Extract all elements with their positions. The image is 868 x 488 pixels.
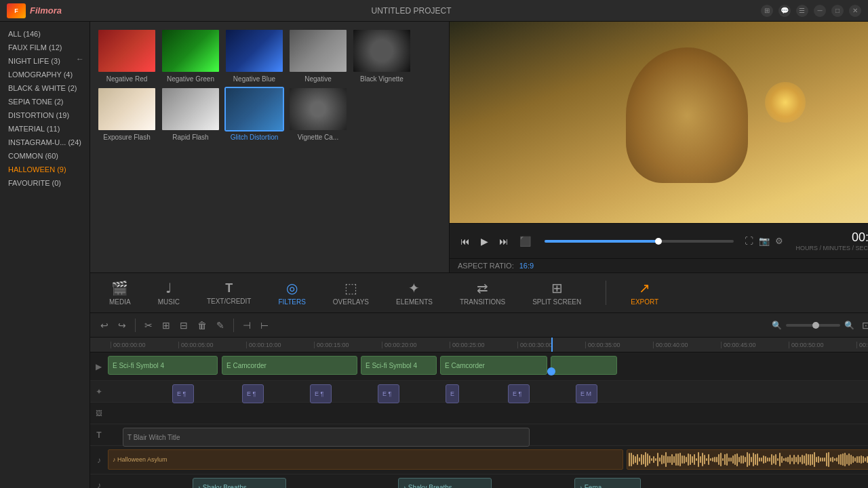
sidebar-item-material[interactable]: MATERIAL (11) [0,122,90,136]
clip-camcorder-2[interactable]: E Camcorder [440,356,547,375]
tl-sep2 [233,319,234,332]
sidebar-item-halloween[interactable]: HALLOWEEN (9) [0,163,90,176]
audio-halloween[interactable]: ♪ Halloween Asylum [108,449,623,470]
sidebar-item-distortion[interactable]: DISTORTION (19) [0,108,90,122]
filter-negative-red[interactable]: Negative Red [97,28,157,83]
track-image-icon: 🖼 [90,409,108,417]
track-audio2-content: ♪ Shaky Breaths ♪ Shaky Breaths ♪ Fema..… [108,474,868,488]
clip-shaky-1[interactable]: ♪ Shaky Breaths [193,478,286,488]
sidebar-item-black-white[interactable]: BLACK & WHITE (2) [0,81,90,95]
timeline-content[interactable]: 00:00:00:0000:00:05:0000:00:10:0000:00:1… [90,338,868,488]
filter-negative-green[interactable]: Negative Green [161,28,220,83]
track-image: 🖼 [90,403,868,424]
effect-2[interactable]: E ¶ [242,384,264,403]
track-audio1-icon: ♪ [90,455,108,465]
clip-fema[interactable]: ♪ Fema... [574,478,641,488]
filter-exposure-flash[interactable]: Exposure Flash [97,87,157,141]
window-close-btn[interactable]: ✕ [849,5,861,17]
toolbar-split[interactable]: ⊞ SPLIT SCREEN [527,277,587,308]
window-minimize-btn[interactable]: ─ [814,5,826,17]
fullscreen-icon[interactable]: ⛶ [745,236,753,246]
toolbar-filters[interactable]: ◎ FILTERS [273,277,311,308]
effect-1[interactable]: E ¶ [172,384,194,403]
sidebar-item-sepia-tone[interactable]: SEPIA TONE (2) [0,95,90,108]
zoom-in-icon[interactable]: 🔍 [844,321,854,330]
clip-camcorder-1[interactable]: E Camcorder [222,356,357,375]
media-label: MEDIA [109,298,131,306]
text-icon: T [225,281,233,296]
effect-6[interactable]: E ¶ [508,384,530,403]
next-frame-btn[interactable]: ⏭ [496,235,511,248]
logo-text: Filmora [30,5,62,16]
sidebar-item-lomography[interactable]: LOMOGRAPHY (4) [0,68,90,81]
sidebar-item-common[interactable]: COMMON (60) [0,149,90,163]
delete-btn[interactable]: 🗑 [194,319,210,332]
sidebar-back-icon[interactable]: ← [76,54,84,64]
toolbar-transitions[interactable]: ⇄ TRANSITIONS [454,277,511,308]
window-folder-btn[interactable]: ⊞ [761,5,773,17]
sidebar-item-instagram[interactable]: INSTAGRAM-U... (24) [0,136,90,149]
content-area: Negative Red Negative Green Negative Blu… [90,22,868,488]
filter-rapid-flash[interactable]: Rapid Flash [161,87,220,141]
sidebar-item-favourite[interactable]: FAVOURITE (0) [0,176,90,190]
export-label: EXPORT [631,298,658,306]
progress-bar[interactable] [545,240,734,243]
marker-btn[interactable]: ✎ [213,319,228,332]
undo-btn[interactable]: ↩ [97,319,112,332]
filter-negative[interactable]: Negative [288,28,348,83]
redo-btn[interactable]: ↪ [115,319,130,332]
clip-video-5[interactable] [551,356,617,375]
app-logo: F Filmora [7,3,62,18]
time-display: 00:00:00.00 [852,230,868,245]
effect-5[interactable]: E [446,384,459,403]
zoom-thumb [812,322,819,329]
snap-left-btn[interactable]: ⊣ [239,319,254,332]
fit-btn[interactable]: ⊡ [859,319,868,332]
window-chat-btn[interactable]: 💬 [778,5,791,17]
filter-label-exposure-flash: Exposure Flash [97,134,157,141]
toolbar-overlays[interactable]: ⬚ OVERLAYS [328,277,374,308]
window-maximize-btn[interactable]: □ [831,5,844,17]
snap-right-btn[interactable]: ⊢ [257,319,272,332]
split-btn[interactable]: ⊟ [176,319,191,332]
aspect-ratio-value: 16:9 [519,262,534,270]
play-btn[interactable]: ▶ [478,235,491,248]
preview-flare [765,82,806,123]
playhead-line [551,338,553,352]
clip-title-blair[interactable]: T Blair Witch Title [123,428,530,447]
sidebar-item-all[interactable]: ALL (146) [0,27,90,41]
filter-black-vignette[interactable]: Black Vignette [352,28,412,83]
group-btn[interactable]: ⊞ [159,319,174,332]
effect-3[interactable]: E ¶ [310,384,332,403]
filter-negative-blue[interactable]: Negative Blue [224,28,284,83]
zoom-out-icon[interactable]: 🔍 [772,321,782,330]
camera-icon[interactable]: 📷 [759,236,770,246]
prev-frame-btn[interactable]: ⏮ [458,235,473,248]
settings-icon[interactable]: ⚙ [775,236,783,246]
ruler-mark: 00:00:45:00 [721,342,789,348]
clip-sci-fi-2[interactable]: E Sci-fi Symbol 4 [361,356,437,375]
toolbar-text[interactable]: T TEXT/CREDIT [201,279,257,308]
toolbar-export[interactable]: ↗ EXPORT [625,277,664,308]
timeline-ruler: 00:00:00:0000:00:05:0000:00:10:0000:00:1… [90,338,868,352]
titlebar: F Filmora UNTITLED PROJECT ⊞ 💬 ☰ ─ □ ✕ [0,0,868,22]
toolbar-music[interactable]: ♩ MUSIC [153,277,185,308]
toolbar-media[interactable]: 🎬 MEDIA [104,277,136,308]
toolbar-elements[interactable]: ✦ ELEMENTS [391,277,438,308]
sidebar-item-faux-film[interactable]: FAUX FILM (12) [0,41,90,54]
stop-btn[interactable]: ⬛ [517,235,534,248]
clip-sci-fi-1[interactable]: E Sci-fi Symbol 4 [108,356,218,375]
audio-halloween-cont[interactable] [627,449,868,470]
filter-vignette-ca[interactable]: Vignette Ca... [288,87,348,141]
split-icon: ⊞ [551,280,563,296]
effect-4[interactable]: E ¶ [378,384,399,403]
zoom-slider[interactable] [786,324,840,327]
scissor-btn[interactable]: ✂ [141,319,156,332]
media-icon: 🎬 [111,280,128,296]
clip-shaky-2[interactable]: ♪ Shaky Breaths [398,478,492,488]
effect-7[interactable]: E M [576,384,597,403]
window-list-btn[interactable]: ☰ [796,5,808,17]
filter-glitch-distortion[interactable]: Glitch Distortion [224,87,284,141]
export-icon: ↗ [639,280,650,296]
filter-panel: Negative Red Negative Green Negative Blu… [90,22,450,272]
